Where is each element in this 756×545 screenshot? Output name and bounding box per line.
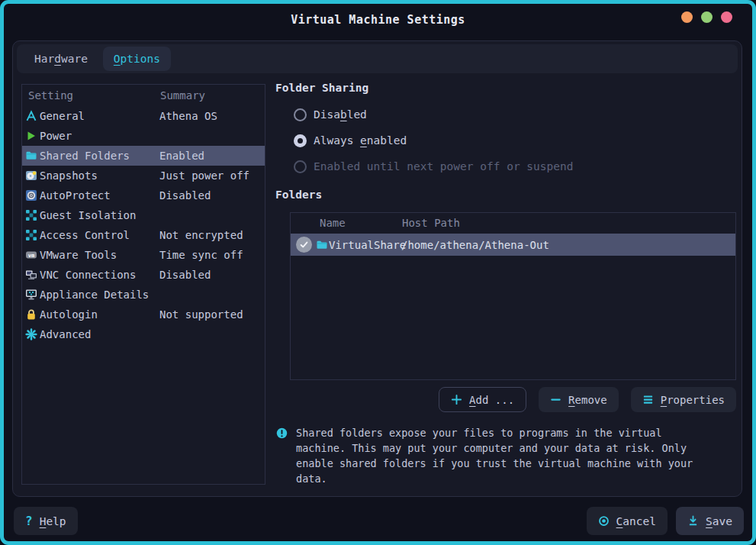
folder-sharing-title: Folder Sharing xyxy=(275,82,368,94)
settings-row-vmware-tools[interactable]: vm VMware Tools Time sync off xyxy=(22,245,265,265)
radio-enabled-until-power-off[interactable]: Enabled until next power off or suspend xyxy=(294,157,573,176)
list-lines-icon xyxy=(642,394,654,405)
snapshots-disc-icon xyxy=(25,169,37,182)
settings-row-guest-isolation[interactable]: Guest Isolation xyxy=(22,205,265,225)
settings-row-vnc-connections[interactable]: VNC Connections Disabled xyxy=(22,265,265,285)
maximize-circle-icon[interactable] xyxy=(701,11,713,23)
folders-table: Name Host Path VirtualShare /home/athena… xyxy=(290,212,736,380)
cancel-circle-icon xyxy=(598,515,610,527)
warning-icon xyxy=(276,427,288,439)
settings-row-general[interactable]: General Athena OS xyxy=(22,106,265,126)
settings-row-advanced[interactable]: Advanced xyxy=(22,324,265,344)
advanced-gear-icon xyxy=(25,328,37,340)
power-play-icon xyxy=(25,130,37,142)
settings-row-access-control[interactable]: Access Control Not encrypted xyxy=(22,225,265,245)
radio-disabled-icon xyxy=(294,160,307,173)
vm-settings-window: Virtual Machine Settings Hardware Option… xyxy=(0,0,756,545)
column-setting: Setting xyxy=(28,89,73,102)
add-button[interactable]: Add ... xyxy=(439,387,526,412)
folder-host-path: /home/athena/Athena-Out xyxy=(401,239,549,251)
window-title: Virtual Machine Settings xyxy=(291,13,465,27)
autologin-lock-icon xyxy=(25,308,37,321)
title-bar: Virtual Machine Settings xyxy=(4,4,752,36)
settings-list-header: Setting Summary xyxy=(22,85,265,106)
cancel-button[interactable]: Cancel xyxy=(587,507,668,535)
folders-title: Folders xyxy=(275,189,322,201)
vnc-connections-icon xyxy=(25,269,37,281)
column-name: Name xyxy=(320,217,346,229)
shared-folders-warning: Shared folders expose your files to prog… xyxy=(296,425,740,486)
settings-row-shared-folders[interactable]: Shared Folders Enabled xyxy=(22,146,265,166)
access-control-icon xyxy=(25,229,37,241)
help-button[interactable]: ? Help xyxy=(14,507,78,535)
tab-strip: Hardware Options xyxy=(17,44,738,73)
question-mark-icon: ? xyxy=(25,514,33,528)
column-summary: Summary xyxy=(160,89,205,102)
save-button[interactable]: Save xyxy=(676,507,744,535)
minus-icon xyxy=(550,394,561,405)
vmware-tools-icon: vm xyxy=(25,249,37,261)
checkbox-checked-icon[interactable] xyxy=(296,237,312,253)
settings-row-autoprotect[interactable]: AutoProtect Disabled xyxy=(22,185,265,205)
tab-hardware[interactable]: Hardware xyxy=(24,47,98,71)
radio-disabled[interactable]: Disabled xyxy=(294,105,367,124)
settings-row-appliance-details[interactable]: Appliance Details xyxy=(22,285,265,305)
tab-options[interactable]: Options xyxy=(103,47,171,71)
remove-button[interactable]: Remove xyxy=(539,387,619,412)
autoprotect-icon xyxy=(25,189,37,202)
guest-isolation-icon xyxy=(25,209,37,221)
shared-folder-icon xyxy=(25,150,37,162)
download-save-icon xyxy=(687,515,699,527)
properties-button[interactable]: Properties xyxy=(631,387,736,412)
radio-checked-icon xyxy=(294,134,307,147)
radio-always-enabled[interactable]: Always enabled xyxy=(294,131,407,150)
radio-unchecked-icon xyxy=(294,108,307,121)
folder-buttons: Add ... Remove Properties xyxy=(290,387,736,412)
close-circle-icon[interactable] xyxy=(721,11,732,23)
window-controls xyxy=(681,11,732,23)
settings-dialog-body: Hardware Options Setting Summary General… xyxy=(12,40,742,497)
folder-icon xyxy=(316,239,328,251)
minimize-circle-icon[interactable] xyxy=(681,11,693,23)
settings-row-snapshots[interactable]: Snapshots Just power off xyxy=(22,166,265,185)
athena-logo-icon xyxy=(25,110,37,122)
column-host-path: Host Path xyxy=(402,217,460,229)
settings-list: Setting Summary General Athena OS Power … xyxy=(21,84,265,485)
plus-icon xyxy=(451,394,462,405)
folder-row-virtualshare[interactable]: VirtualShare /home/athena/Athena-Out xyxy=(291,234,735,256)
settings-row-power[interactable]: Power xyxy=(22,126,265,146)
settings-row-autologin[interactable]: Autologin Not supported xyxy=(22,305,265,324)
svg-text:vm: vm xyxy=(28,253,34,259)
folder-name: VirtualShare xyxy=(329,239,406,251)
appliance-details-icon xyxy=(25,289,37,301)
folders-table-header: Name Host Path xyxy=(291,213,735,234)
